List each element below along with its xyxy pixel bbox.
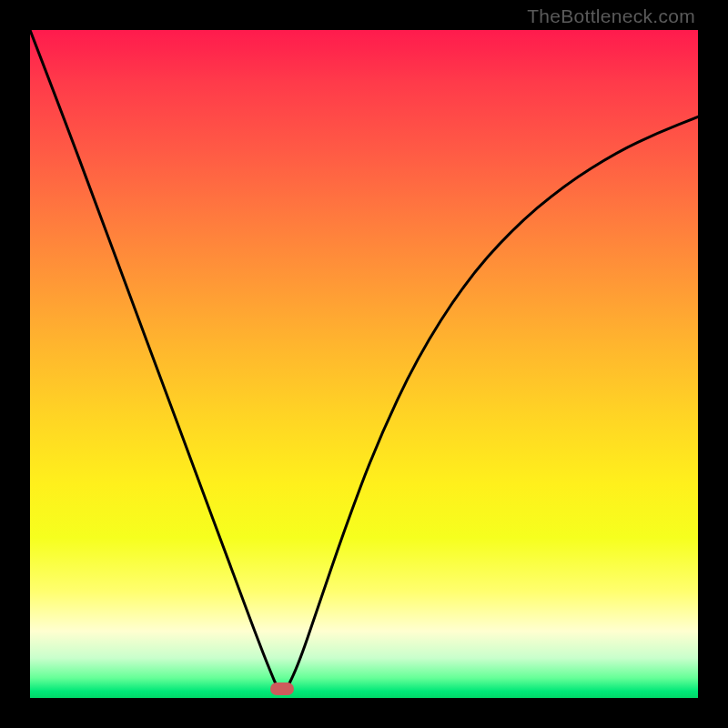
plot-area: [30, 30, 698, 698]
bottleneck-curve: [30, 30, 698, 698]
chart-frame: TheBottleneck.com: [0, 0, 728, 728]
minimum-marker: [270, 682, 294, 695]
watermark-label: TheBottleneck.com: [527, 5, 695, 27]
